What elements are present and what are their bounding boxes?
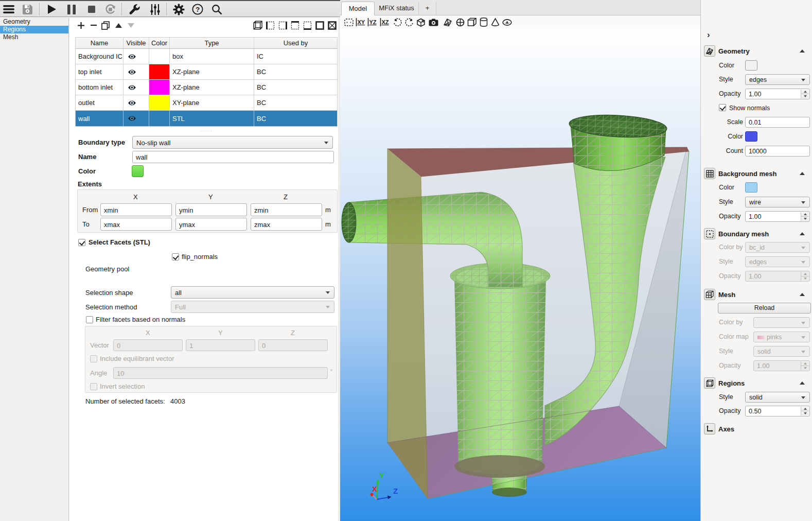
normals-color-swatch[interactable] xyxy=(745,131,757,142)
tab-model[interactable]: Model xyxy=(341,2,375,15)
build-icon[interactable] xyxy=(128,3,141,16)
column-header-visible[interactable]: Visible xyxy=(123,38,149,49)
table-row[interactable]: top inlet XZ-plane BC xyxy=(76,64,337,80)
reset-icon[interactable] xyxy=(103,3,117,16)
normals-count-input[interactable]: 10000 xyxy=(745,146,810,157)
background-mesh-style-select[interactable]: wire xyxy=(745,197,810,207)
background-mesh-visibility-icon[interactable] xyxy=(455,17,465,27)
reload-mesh-button[interactable]: Reload xyxy=(718,303,811,314)
visible-eye-icon[interactable] xyxy=(123,80,149,95)
regions-style-select[interactable]: solid xyxy=(745,392,810,403)
region-plane-icon[interactable] xyxy=(314,20,325,30)
flip-normals-checkbox[interactable] xyxy=(172,253,179,260)
move-down-icon[interactable] xyxy=(126,20,136,30)
reset-view-icon[interactable] xyxy=(344,17,354,27)
cone-icon[interactable] xyxy=(490,17,500,27)
column-header-name[interactable]: Name xyxy=(76,38,123,49)
extents-from-y-input[interactable]: ymin xyxy=(175,203,247,216)
region-color-cell[interactable] xyxy=(149,64,170,80)
3d-scene[interactable]: Y X Z xyxy=(340,28,700,521)
background-mesh-section-title[interactable]: Background mesh xyxy=(718,170,776,178)
axes-section-title[interactable]: Axes xyxy=(718,425,734,433)
region-stl-icon[interactable] xyxy=(327,20,337,30)
spinner-buttons[interactable] xyxy=(801,90,809,98)
cylinder-icon[interactable] xyxy=(479,17,489,27)
region-color-swatch[interactable] xyxy=(132,165,144,177)
spin-up-button[interactable] xyxy=(801,272,809,276)
collapse-section-icon[interactable] xyxy=(800,172,805,175)
regions-opacity-spinbox[interactable]: 0.50 xyxy=(745,406,810,416)
region-name-input[interactable]: wall xyxy=(132,151,334,163)
settings-icon[interactable] xyxy=(172,3,185,16)
background-mesh-section-icon[interactable] xyxy=(704,168,715,179)
region-color-cell[interactable] xyxy=(149,111,170,126)
extents-to-y-input[interactable]: ymax xyxy=(175,218,247,231)
spin-down-button[interactable] xyxy=(801,217,809,221)
duplicate-region-icon[interactable] xyxy=(100,20,111,30)
visible-eye-icon[interactable] xyxy=(123,111,149,126)
normals-scale-input[interactable]: 0.01 xyxy=(745,117,810,128)
mesh-section-title[interactable]: Mesh xyxy=(718,291,735,299)
collapse-section-icon[interactable] xyxy=(800,232,805,235)
axes-section-icon[interactable] xyxy=(704,423,715,435)
column-header-type[interactable]: Type xyxy=(170,38,254,49)
column-header-color[interactable]: Color xyxy=(149,38,170,49)
stop-icon[interactable] xyxy=(85,3,98,16)
table-row-selected[interactable]: wall STL BC xyxy=(76,111,337,126)
save-icon[interactable] xyxy=(21,3,34,16)
boundary-type-select[interactable]: No-slip wall xyxy=(132,136,333,149)
collapse-panel-icon[interactable]: › xyxy=(707,30,710,40)
nav-item-regions[interactable]: Regions xyxy=(0,26,68,33)
extents-from-z-input[interactable]: zmin xyxy=(251,203,322,216)
visible-eye-icon[interactable] xyxy=(123,95,149,111)
spin-down-button[interactable] xyxy=(801,411,809,415)
extents-from-x-input[interactable]: xmin xyxy=(100,203,172,216)
selection-shape-select[interactable]: all xyxy=(171,286,334,299)
rotate-clockwise-icon[interactable] xyxy=(404,17,414,27)
extents-to-z-input[interactable]: zmax xyxy=(251,218,322,231)
background-mesh-color-swatch[interactable] xyxy=(745,182,757,193)
pause-icon[interactable] xyxy=(65,3,78,16)
remove-region-icon[interactable] xyxy=(89,20,99,30)
table-row[interactable]: outlet XY-plane BC xyxy=(76,95,337,111)
region-plane-top-icon[interactable] xyxy=(290,20,300,30)
geometry-visibility-icon[interactable] xyxy=(443,17,453,27)
spin-up-button[interactable] xyxy=(801,361,809,366)
spin-up-button[interactable] xyxy=(801,212,809,217)
geometry-section-icon[interactable] xyxy=(704,45,715,57)
filter-facets-checkbox[interactable] xyxy=(86,316,93,323)
mesh-section-icon[interactable] xyxy=(704,289,715,300)
search-icon[interactable] xyxy=(210,3,223,16)
add-region-icon[interactable] xyxy=(76,20,86,30)
regions-section-title[interactable]: Regions xyxy=(718,379,745,387)
view-xz-icon[interactable]: XZ xyxy=(380,17,390,27)
spinner-buttons[interactable] xyxy=(801,407,809,415)
perspective-icon[interactable] xyxy=(416,17,426,27)
tab-add[interactable]: + xyxy=(419,2,436,15)
show-normals-checkbox[interactable] xyxy=(719,104,726,111)
region-color-cell[interactable] xyxy=(149,49,170,64)
geometry-opacity-spinbox[interactable]: 1.00 xyxy=(745,89,810,99)
spin-down-button[interactable] xyxy=(801,366,809,370)
regions-section-icon[interactable] xyxy=(704,377,715,389)
region-color-cell[interactable] xyxy=(149,95,170,111)
region-plane-right-icon[interactable] xyxy=(277,20,288,30)
background-mesh-opacity-spinbox[interactable]: 1.00 xyxy=(745,211,810,222)
spin-up-button[interactable] xyxy=(801,407,809,411)
visible-eye-icon[interactable] xyxy=(123,49,149,64)
view-yz-icon[interactable]: YZ xyxy=(367,17,378,27)
collapse-section-icon[interactable] xyxy=(800,381,805,385)
tab-mfix-status[interactable]: MFiX status xyxy=(375,2,419,15)
region-plane-left-icon[interactable] xyxy=(265,20,275,30)
geometry-color-swatch[interactable] xyxy=(745,60,757,71)
column-header-used-by[interactable]: Used by xyxy=(254,38,337,49)
extents-to-x-input[interactable]: xmax xyxy=(100,218,172,231)
screenshot-icon[interactable] xyxy=(428,17,438,27)
splitter-handle[interactable]: ······ xyxy=(200,128,213,133)
run-icon[interactable] xyxy=(45,3,59,16)
parameters-icon[interactable] xyxy=(148,3,162,16)
collapse-section-icon[interactable] xyxy=(800,49,805,53)
spin-down-button[interactable] xyxy=(801,276,809,281)
geometry-style-select[interactable]: edges xyxy=(745,74,810,85)
spin-down-button[interactable] xyxy=(801,94,809,98)
